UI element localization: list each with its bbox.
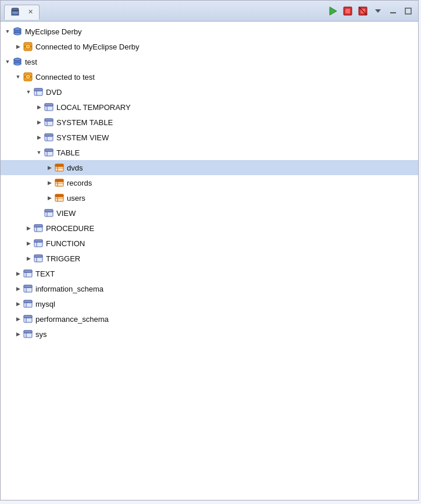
tab-db-browser[interactable]: ✕ bbox=[4, 5, 40, 20]
label-sys: sys bbox=[35, 330, 47, 339]
svg-point-2 bbox=[12, 12, 19, 13]
toggle-dvds[interactable] bbox=[45, 163, 54, 172]
schema-icon-performance-schema bbox=[23, 314, 33, 324]
label-information-schema: information_schema bbox=[35, 285, 104, 293]
table-icon-records bbox=[54, 178, 65, 188]
tree-item-connected-myeclipse[interactable]: Connected to MyEclipse Derby bbox=[1, 39, 418, 54]
tree-item-system-table[interactable]: SYSTEM TABLE bbox=[1, 115, 418, 130]
toggle-connected-myeclipse[interactable] bbox=[13, 42, 23, 51]
label-table: TABLE bbox=[56, 148, 80, 157]
svg-rect-51 bbox=[55, 164, 63, 166]
toggle-trigger[interactable] bbox=[24, 254, 33, 263]
toggle-system-view[interactable] bbox=[34, 133, 44, 142]
stop-icon-2[interactable] bbox=[356, 5, 369, 17]
svg-point-24 bbox=[14, 58, 21, 61]
tree-item-trigger[interactable]: TRIGGER bbox=[1, 251, 418, 266]
toggle-connected-test[interactable] bbox=[13, 72, 23, 81]
tree-item-information-schema[interactable]: information_schema bbox=[1, 281, 418, 296]
toggle-function[interactable] bbox=[24, 239, 33, 248]
toggle-dvd[interactable] bbox=[24, 87, 33, 97]
svg-rect-5 bbox=[345, 9, 350, 13]
label-system-table: SYSTEM TABLE bbox=[56, 118, 113, 127]
svg-rect-94 bbox=[24, 315, 32, 318]
label-local-temp: LOCAL TEMPORARY bbox=[56, 103, 131, 112]
minimize-icon[interactable] bbox=[387, 5, 399, 17]
svg-rect-78 bbox=[34, 255, 42, 257]
tree-item-procedure[interactable]: PROCEDURE bbox=[1, 221, 418, 236]
connection-icon-connected-test bbox=[23, 72, 33, 82]
tree-item-view[interactable]: VIEW bbox=[1, 205, 418, 221]
label-performance-schema: performance_schema bbox=[35, 315, 109, 324]
tree-item-performance-schema[interactable]: performance_schema bbox=[1, 311, 418, 326]
tree-item-table[interactable]: TABLE bbox=[1, 145, 418, 160]
toggle-table[interactable] bbox=[34, 148, 44, 157]
label-dvd: DVD bbox=[46, 88, 62, 97]
tree-item-test[interactable]: test bbox=[1, 54, 418, 69]
tree-item-system-view[interactable]: SYSTEM VIEW bbox=[1, 130, 418, 145]
label-function: FUNCTION bbox=[46, 239, 85, 248]
svg-rect-47 bbox=[45, 149, 53, 151]
svg-rect-0 bbox=[12, 8, 19, 10]
schema-icon-table bbox=[44, 147, 54, 158]
db-browser-panel: ✕ bbox=[0, 0, 419, 501]
label-test: test bbox=[25, 58, 37, 66]
svg-rect-86 bbox=[24, 285, 32, 288]
tree-item-text[interactable]: TEXT bbox=[1, 266, 418, 281]
toggle-sys[interactable] bbox=[13, 329, 23, 339]
svg-marker-9 bbox=[375, 9, 381, 13]
tree-item-function[interactable]: FUNCTION bbox=[1, 236, 418, 251]
svg-rect-56 bbox=[55, 179, 63, 182]
toggle-system-table[interactable] bbox=[34, 118, 44, 127]
toggle-text[interactable] bbox=[13, 269, 23, 278]
label-mysql: mysql bbox=[35, 300, 55, 308]
run-icon[interactable] bbox=[326, 5, 339, 17]
toggle-procedure[interactable] bbox=[24, 223, 33, 233]
label-view: VIEW bbox=[56, 209, 76, 218]
tree-item-mysql[interactable]: mysql bbox=[1, 296, 418, 311]
svg-rect-74 bbox=[34, 240, 42, 242]
svg-rect-98 bbox=[24, 331, 32, 333]
svg-point-14 bbox=[14, 33, 21, 35]
label-connected-myeclipse: Connected to MyEclipse Derby bbox=[35, 42, 139, 51]
svg-point-18 bbox=[27, 45, 29, 48]
svg-rect-61 bbox=[55, 194, 63, 197]
toggle-local-temp[interactable] bbox=[34, 102, 44, 112]
svg-rect-43 bbox=[45, 134, 53, 136]
label-users: users bbox=[67, 194, 85, 203]
schema-icon-trigger bbox=[33, 253, 44, 264]
schema-icon-local-temp bbox=[44, 102, 54, 112]
toggle-performance-schema[interactable] bbox=[13, 314, 23, 324]
svg-marker-3 bbox=[330, 7, 337, 15]
tree-item-dvd[interactable]: DVD bbox=[1, 84, 418, 100]
tree-item-local-temp[interactable]: LOCAL TEMPORARY bbox=[1, 100, 418, 115]
tab-close-icon[interactable]: ✕ bbox=[28, 8, 33, 16]
toggle-test[interactable] bbox=[3, 57, 12, 66]
tree-item-records[interactable]: records bbox=[1, 175, 418, 190]
label-procedure: PROCEDURE bbox=[46, 224, 94, 233]
toggle-view[interactable] bbox=[34, 208, 44, 218]
svg-rect-66 bbox=[45, 210, 53, 212]
toggle-information-schema[interactable] bbox=[13, 284, 23, 293]
tree-item-connected-test[interactable]: Connected to test bbox=[1, 69, 418, 84]
svg-point-23 bbox=[14, 63, 21, 65]
svg-rect-82 bbox=[24, 270, 32, 272]
db-icon-myeclipse-derby bbox=[12, 26, 23, 37]
tree-item-users[interactable]: users bbox=[1, 190, 418, 205]
tree-item-myeclipse-derby[interactable]: MyEclipse Derby bbox=[1, 24, 418, 39]
schema-icon-dvd bbox=[33, 87, 44, 97]
toggle-records[interactable] bbox=[45, 178, 54, 187]
dropdown-icon[interactable] bbox=[372, 5, 384, 17]
maximize-icon[interactable] bbox=[402, 5, 415, 17]
toggle-mysql[interactable] bbox=[13, 299, 23, 308]
toggle-users[interactable] bbox=[45, 193, 54, 203]
svg-rect-70 bbox=[34, 225, 42, 227]
toggle-myeclipse-derby[interactable] bbox=[3, 27, 12, 36]
schema-icon-text bbox=[23, 268, 33, 279]
stop-icon-1[interactable] bbox=[341, 5, 354, 17]
schema-icon-sys bbox=[23, 329, 33, 339]
svg-point-15 bbox=[14, 28, 21, 30]
svg-rect-35 bbox=[45, 104, 53, 106]
svg-rect-90 bbox=[24, 300, 32, 303]
tree-item-sys[interactable]: sys bbox=[1, 326, 418, 342]
tree-item-dvds[interactable]: dvds bbox=[1, 160, 418, 175]
